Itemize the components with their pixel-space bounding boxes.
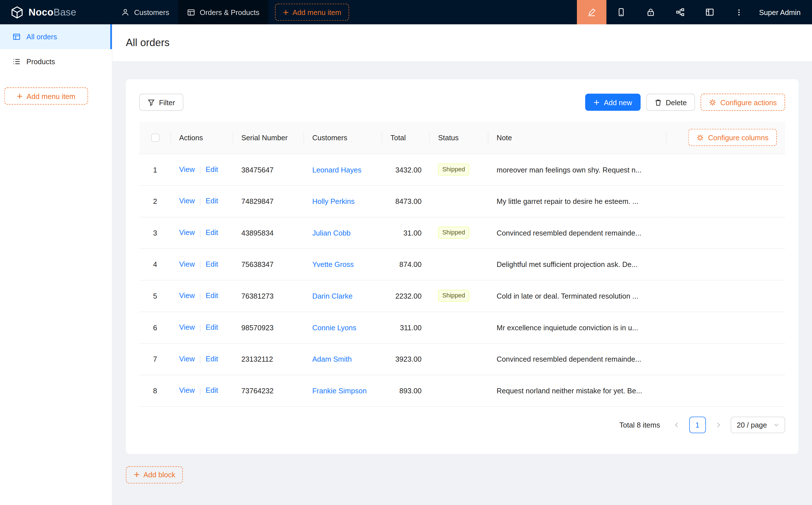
customer-link[interactable]: Leonard Hayes: [312, 165, 362, 174]
chevron-left-icon: [674, 422, 680, 428]
plus-icon: [17, 93, 23, 99]
add-new-button[interactable]: Add new: [585, 94, 640, 111]
status-cell: [430, 312, 488, 343]
main-content: All orders Filter Add new Delete: [112, 24, 812, 505]
table-icon: [12, 32, 21, 41]
table-row[interactable]: 6 ViewEdit 98570923 Connie Lyons 311.00 …: [139, 312, 785, 343]
customer-link[interactable]: Yvette Gross: [312, 260, 354, 268]
note-cell: Convinced resembled dependent remainde..…: [488, 343, 667, 375]
row-actions: ViewEdit: [171, 343, 233, 375]
view-link[interactable]: View: [179, 165, 195, 174]
partition-icon: [676, 8, 684, 16]
sidebar-item-products[interactable]: Products: [0, 49, 112, 74]
row-actions: ViewEdit: [171, 217, 233, 248]
total-cell: 31.00: [382, 217, 430, 248]
select-all-checkbox[interactable]: [151, 134, 159, 142]
divider: [200, 293, 200, 300]
nocobase-app: NocoBase Customers Orders & Products Add…: [0, 0, 812, 505]
total-cell: 8473.00: [382, 185, 430, 217]
view-link[interactable]: View: [179, 323, 195, 331]
edit-link[interactable]: Edit: [206, 197, 218, 205]
edit-link[interactable]: Edit: [206, 386, 218, 394]
configure-columns-button[interactable]: Configure columns: [688, 129, 777, 146]
customer-cell: Adam Smith: [304, 343, 382, 375]
top-navbar: NocoBase Customers Orders & Products Add…: [0, 0, 812, 24]
view-link[interactable]: View: [179, 260, 195, 268]
table-row[interactable]: 2 ViewEdit 74829847 Holly Perkins 8473.0…: [139, 185, 785, 217]
plus-icon: [134, 471, 140, 478]
ui-editor-button[interactable]: [577, 0, 606, 24]
sidebar-item-all-orders[interactable]: All orders: [0, 24, 112, 49]
page-size-value: 20 / page: [737, 420, 767, 429]
mobile-preview-button[interactable]: [606, 0, 636, 24]
table-row[interactable]: 3 ViewEdit 43895834 Julian Cobb 31.00 Sh…: [139, 217, 785, 248]
edit-link[interactable]: Edit: [206, 323, 218, 331]
row-index: 2: [139, 185, 171, 217]
view-link[interactable]: View: [179, 197, 195, 205]
view-link[interactable]: View: [179, 386, 195, 394]
customer-link[interactable]: Adam Smith: [312, 355, 352, 363]
divider: [200, 167, 200, 174]
page-size-select[interactable]: 20 / page: [730, 416, 785, 433]
status-tag: Shipped: [438, 163, 469, 175]
filter-button[interactable]: Filter: [139, 94, 183, 111]
app-logo-text: NocoBase: [29, 6, 77, 18]
pagination-prev-button[interactable]: [668, 416, 685, 433]
divider: [200, 356, 200, 363]
customer-link[interactable]: Darin Clarke: [312, 292, 353, 300]
sidebar-add-menu-item-button[interactable]: Add menu item: [4, 88, 88, 104]
nav-tab-orders-products[interactable]: Orders & Products: [178, 0, 268, 24]
select-all-header: [139, 122, 171, 154]
row-index: 8: [139, 375, 171, 406]
note-cell: My little garret repair to desire he est…: [488, 185, 667, 217]
edit-link[interactable]: Edit: [206, 165, 218, 174]
edit-link[interactable]: Edit: [206, 292, 218, 300]
user-menu[interactable]: Super Admin: [754, 0, 812, 24]
status-cell: Shipped: [430, 217, 488, 248]
nocobase-logo-icon: [10, 5, 24, 19]
row-index: 5: [139, 280, 171, 312]
edit-link[interactable]: Edit: [206, 260, 218, 268]
customer-link[interactable]: Frankie Simpson: [312, 386, 367, 394]
serial-number-cell: 43895834: [233, 217, 304, 248]
pagination-next-button[interactable]: [710, 416, 726, 433]
settings-center-button[interactable]: [695, 0, 724, 24]
orders-table-block: Filter Add new Delete Configure actions: [126, 79, 799, 454]
lock-button[interactable]: [636, 0, 665, 24]
view-link[interactable]: View: [179, 355, 195, 363]
configure-actions-button[interactable]: Configure actions: [701, 94, 785, 111]
customer-link[interactable]: Connie Lyons: [312, 323, 357, 331]
chevron-down-icon: [774, 422, 779, 427]
table-row[interactable]: 7 ViewEdit 23132112 Adam Smith 3923.00 C…: [139, 343, 785, 375]
more-button[interactable]: [724, 0, 754, 24]
row-index: 4: [139, 248, 171, 280]
view-link[interactable]: View: [179, 292, 195, 300]
edit-link[interactable]: Edit: [206, 228, 218, 237]
status-cell: [430, 185, 488, 217]
serial-number-cell: 75638347: [233, 248, 304, 280]
table-toolbar: Filter Add new Delete Configure actions: [139, 94, 785, 111]
table-row[interactable]: 5 ViewEdit 76381273 Darin Clarke 2232.00…: [139, 280, 785, 312]
total-cell: 893.00: [382, 375, 430, 406]
gear-icon: [709, 99, 716, 106]
column-header-serial-number: Serial Number: [233, 122, 304, 154]
column-header-actions: Actions: [171, 122, 233, 154]
table-row[interactable]: 4 ViewEdit 75638347 Yvette Gross 874.00 …: [139, 248, 785, 280]
plugins-button[interactable]: [665, 0, 695, 24]
plus-icon: [593, 99, 600, 106]
customer-link[interactable]: Holly Perkins: [312, 197, 355, 205]
trash-icon: [654, 99, 662, 106]
edit-link[interactable]: Edit: [206, 355, 218, 363]
delete-button[interactable]: Delete: [646, 94, 695, 111]
table-row[interactable]: 8 ViewEdit 73764232 Frankie Simpson 893.…: [139, 375, 785, 406]
row-index: 7: [139, 343, 171, 375]
add-block-button[interactable]: Add block: [126, 466, 183, 483]
customer-link[interactable]: Julian Cobb: [312, 228, 351, 237]
nav-add-menu-item-button[interactable]: Add menu item: [275, 4, 349, 21]
nav-tab-customers[interactable]: Customers: [112, 0, 178, 24]
view-link[interactable]: View: [179, 228, 195, 237]
highlighter-icon: [587, 8, 596, 16]
table-row[interactable]: 1 ViewEdit 38475647 Leonard Hayes 3432.0…: [139, 154, 785, 185]
pagination-page-1[interactable]: 1: [689, 416, 706, 433]
app-logo[interactable]: NocoBase: [0, 0, 112, 24]
